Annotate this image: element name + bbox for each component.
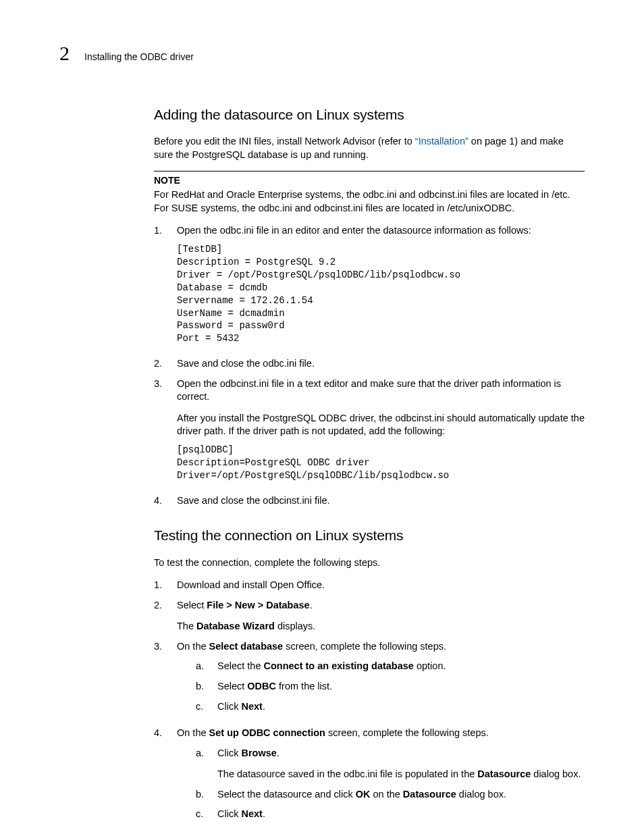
note-label: NOTE: [154, 174, 585, 187]
list-item: 4. On the Set up ODBC connection screen,…: [154, 727, 585, 828]
step-text: Save and close the odbcinst.ini file.: [177, 495, 330, 506]
text: The datasource saved in the odbc.ini fil…: [217, 768, 477, 779]
substep-letter: b.: [196, 680, 208, 694]
step-text: Save and close the odbc.ini file.: [177, 358, 315, 369]
substep-letter: b.: [196, 788, 208, 802]
step-number: 3.: [154, 640, 167, 720]
bold-text: Datasource: [477, 768, 531, 779]
heading-adding-datasource: Adding the datasource on Linux systems: [154, 105, 585, 124]
text: Click: [217, 808, 241, 819]
text: The: [177, 621, 196, 631]
step-number: 1.: [154, 579, 167, 592]
text: screen, complete the following steps.: [325, 727, 489, 738]
main-content: Adding the datasource on Linux systems B…: [154, 105, 585, 828]
text: Select: [217, 681, 247, 692]
step-text: Download and install Open Office.: [177, 579, 325, 590]
step-subtext: The Database Wizard displays.: [177, 620, 585, 633]
text: Before you edit the INI files, install N…: [154, 136, 415, 147]
bold-text: Datasource: [403, 789, 456, 800]
note-body: For RedHat and Oracle Enterprise systems…: [154, 188, 585, 215]
list-item: b. Select ODBC from the list.: [196, 680, 585, 694]
substep-letter: c.: [196, 808, 208, 821]
list-item: a. Select the Connect to an existing dat…: [196, 660, 585, 673]
bold-text: Connect to an existing database: [264, 660, 414, 671]
text: dialog box.: [531, 768, 581, 779]
bold-text: Select database: [209, 641, 284, 652]
substep-letter: a.: [196, 747, 208, 781]
heading-testing-connection: Testing the connection on Linux systems: [154, 526, 585, 545]
text: On the: [177, 641, 209, 652]
step-number: 3.: [154, 377, 167, 488]
text: .: [263, 808, 265, 819]
text: On the: [177, 727, 209, 738]
step-number: 4.: [154, 727, 167, 828]
bold-text: ODBC: [247, 681, 276, 692]
step-text: Open the odbc.ini file in an editor and …: [177, 225, 531, 236]
text: displays.: [275, 621, 315, 631]
code-block-odbcinst-ini: [psqlODBC] Description=PostgreSQL ODBC d…: [177, 444, 585, 482]
substep-letter: a.: [196, 660, 208, 673]
steps-list-2: 1. Download and install Open Office. 2. …: [154, 579, 585, 828]
bold-text: Browse: [241, 748, 276, 758]
list-item: c. Click Next.: [196, 808, 585, 821]
bold-text: Database Wizard: [196, 621, 275, 631]
code-block-odbc-ini: [TestDB] Description = PostgreSQL 9.2 Dr…: [177, 243, 585, 345]
step-number: 4.: [154, 494, 167, 508]
text: Select the: [217, 660, 264, 671]
list-item: 3. Open the odbcinst.ini file in a text …: [154, 377, 585, 488]
text: from the list.: [276, 681, 332, 692]
list-item: b. Select the datasource and click OK on…: [196, 788, 585, 802]
installation-link[interactable]: “Installation”: [415, 136, 468, 147]
list-item: a. Click Browse. The datasource saved in…: [196, 747, 585, 781]
step-subtext: After you install the PostgreSQL ODBC dr…: [177, 412, 585, 438]
chapter-number: 2: [59, 42, 70, 65]
text: screen, complete the following steps.: [283, 641, 446, 652]
running-title: Installing the ODBC driver: [84, 51, 194, 62]
bold-text: OK: [356, 789, 371, 800]
text: .: [310, 600, 313, 610]
steps-list-1: 1. Open the odbc.ini file in an editor a…: [154, 224, 585, 507]
text: option.: [414, 660, 446, 671]
intro-paragraph: Before you edit the INI files, install N…: [154, 135, 585, 161]
text: .: [277, 748, 279, 758]
list-item: 1. Download and install Open Office.: [154, 579, 585, 592]
bold-text: Next: [241, 701, 262, 712]
step-text: Open the odbcinst.ini file in a text edi…: [177, 378, 561, 402]
substep-letter: c.: [196, 700, 208, 714]
list-item: 4. Save and close the odbcinst.ini file.: [154, 494, 585, 508]
text: Click: [217, 701, 241, 712]
bold-text: File > New > Database: [207, 600, 309, 610]
text: dialog box.: [456, 789, 506, 800]
text: Select the datasource and click: [217, 789, 356, 800]
text: .: [263, 701, 265, 712]
text: Select: [177, 600, 207, 610]
text: on the: [370, 789, 402, 800]
running-header: 2 Installing the ODBC driver: [59, 42, 585, 65]
step-number: 2.: [154, 357, 167, 371]
step-subtext: The datasource saved in the odbc.ini fil…: [217, 768, 585, 781]
sub-steps-list: a. Click Browse. The datasource saved in…: [196, 747, 585, 821]
list-item: 1. Open the odbc.ini file in an editor a…: [154, 224, 585, 350]
text: Click: [217, 748, 241, 758]
intro-paragraph-2: To test the connection, complete the fol…: [154, 556, 585, 570]
sub-steps-list: a. Select the Connect to an existing dat…: [196, 660, 585, 713]
page: 2 Installing the ODBC driver Adding the …: [0, 0, 644, 828]
list-item: 2. Save and close the odbc.ini file.: [154, 357, 585, 371]
bold-text: Set up ODBC connection: [209, 727, 325, 738]
list-item: 3. On the Select database screen, comple…: [154, 640, 585, 720]
list-item: c. Click Next.: [196, 700, 585, 714]
step-number: 2.: [154, 599, 167, 633]
bold-text: Next: [241, 808, 262, 819]
note-rule: [154, 171, 585, 172]
list-item: 2. Select File > New > Database. The Dat…: [154, 599, 585, 633]
step-number: 1.: [154, 224, 167, 350]
